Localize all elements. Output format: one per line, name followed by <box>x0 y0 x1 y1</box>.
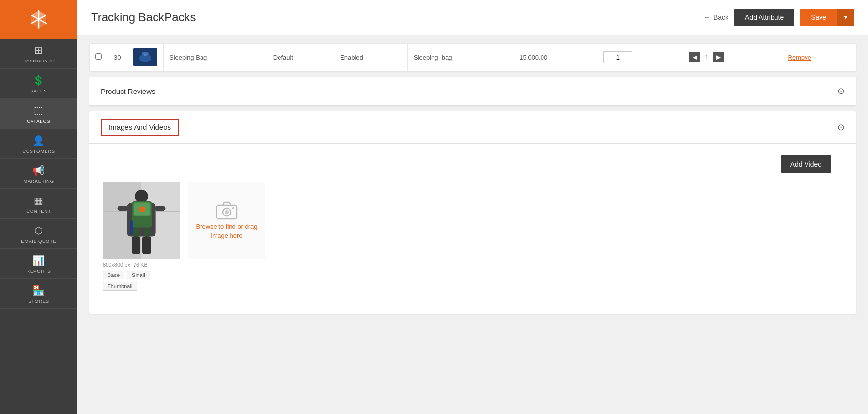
reports-icon: 📊 <box>32 255 45 266</box>
sidebar-item-label: CUSTOMERS <box>22 148 55 153</box>
row-checkbox-cell <box>90 44 108 71</box>
image-item: 800x800 px, 76 KB Base Small Thumbnail <box>103 182 180 291</box>
logo <box>0 0 78 39</box>
stores-icon: 🏪 <box>32 285 45 296</box>
chevron-down-icon: ▼ <box>843 14 849 21</box>
svg-point-8 <box>135 190 148 203</box>
tag-small: Small <box>127 271 150 279</box>
remove-link[interactable]: Remove <box>788 54 811 61</box>
row-name-cell: Sleeping Bag <box>164 44 267 71</box>
content-area: 30 <box>78 35 868 414</box>
svg-rect-18 <box>132 237 140 254</box>
svg-point-17 <box>140 206 145 212</box>
images-title-box: Images And Videos <box>101 119 179 136</box>
product-table-section: 30 <box>89 43 856 71</box>
row-sku-cell: Sleeping_bag <box>407 44 513 71</box>
marketing-icon: 📢 <box>32 165 45 176</box>
svg-point-3 <box>144 53 147 56</box>
product-reviews-title: Product Reviews <box>101 87 155 95</box>
image-meta: 800x800 px, 76 KB <box>103 262 180 268</box>
customers-icon: 👤 <box>32 135 45 146</box>
row-id-cell: 30 <box>108 44 127 71</box>
row-position-cell: ◀ 1 ▶ <box>683 44 782 71</box>
sidebar-item-label: EMAIL QUOTE <box>21 238 56 244</box>
row-qty-cell <box>597 44 683 71</box>
email-quote-icon: ⬡ <box>34 225 43 236</box>
back-button[interactable]: ← Back <box>704 14 728 21</box>
sidebar-item-label: SALES <box>31 88 47 93</box>
save-button[interactable]: Save <box>800 9 837 26</box>
row-remove-cell: Remove <box>782 44 856 71</box>
sidebar-item-content[interactable]: ▦ CONTENT <box>0 189 78 219</box>
content-icon: ▦ <box>34 195 44 206</box>
save-dropdown-button[interactable]: ▼ <box>837 9 854 26</box>
tag-base: Base <box>103 271 124 279</box>
sidebar-item-reports[interactable]: 📊 REPORTS <box>0 249 78 279</box>
tag-thumbnail: Thumbnail <box>103 282 137 291</box>
page-header: Tracking BackPacks ← Back Add Attribute … <box>78 0 868 35</box>
product-reviews-section: Product Reviews ⊙ <box>89 77 856 106</box>
page-title: Tracking BackPacks <box>91 11 196 24</box>
sidebar-item-marketing[interactable]: 📢 MARKETING <box>0 159 78 189</box>
sidebar-item-label: REPORTS <box>26 268 51 274</box>
svg-point-23 <box>225 210 229 214</box>
sidebar-item-dashboard[interactable]: ⊞ DASHBOARD <box>0 39 78 69</box>
images-videos-header: Images And Videos ⊙ <box>89 111 856 144</box>
sidebar-item-label: CONTENT <box>26 208 51 214</box>
images-toolbar: Add Video <box>89 144 856 173</box>
svg-rect-20 <box>130 220 133 235</box>
row-status-cell: Enabled <box>334 44 408 71</box>
upload-text: Browse to find or drag image here <box>188 222 265 241</box>
images-videos-title: Images And Videos <box>108 123 171 131</box>
images-videos-section: Images And Videos ⊙ Add Video <box>89 111 856 314</box>
back-arrow-icon: ← <box>704 14 711 21</box>
row-store-cell: Default <box>267 44 334 71</box>
image-tags: Base Small Thumbnail <box>103 271 180 291</box>
add-attribute-button[interactable]: Add Attribute <box>734 9 794 26</box>
catalog-icon: ⬚ <box>34 105 44 116</box>
backpack-image <box>103 182 180 259</box>
sidebar-item-label: STORES <box>28 298 49 304</box>
images-videos-toggle[interactable]: ⊙ <box>837 122 845 133</box>
sidebar-item-label: MARKETING <box>23 178 54 184</box>
save-button-group: Save ▼ <box>800 9 854 26</box>
position-next-button[interactable]: ▶ <box>713 52 724 62</box>
product-reviews-toggle: ⊙ <box>837 86 845 96</box>
sidebar-item-sales[interactable]: 💲 SALES <box>0 69 78 99</box>
add-video-button[interactable]: Add Video <box>781 155 831 173</box>
sidebar-item-label: CATALOG <box>27 118 51 123</box>
sidebar-item-customers[interactable]: 👤 CUSTOMERS <box>0 129 78 159</box>
table-row: 30 <box>90 44 856 71</box>
product-thumbnail <box>133 48 157 66</box>
dashboard-icon: ⊞ <box>34 45 43 56</box>
image-upload-placeholder[interactable]: Browse to find or drag image here <box>188 182 265 259</box>
camera-icon <box>216 200 238 222</box>
images-header-inner: Images And Videos ⊙ <box>101 119 845 136</box>
sidebar-item-catalog[interactable]: ⬚ CATALOG <box>0 99 78 129</box>
image-thumbnail-box <box>103 182 180 259</box>
main-content: Tracking BackPacks ← Back Add Attribute … <box>78 0 868 414</box>
product-reviews-header[interactable]: Product Reviews ⊙ <box>89 77 856 106</box>
svg-rect-19 <box>142 237 151 254</box>
row-image-cell <box>127 44 164 71</box>
header-actions: ← Back Add Attribute Save ▼ <box>704 9 854 26</box>
position-value: 1 <box>705 53 709 61</box>
svg-point-24 <box>232 207 234 209</box>
sidebar-item-email-quote[interactable]: ⬡ EMAIL QUOTE <box>0 219 78 249</box>
qty-input[interactable] <box>603 51 632 63</box>
sidebar-item-label: DASHBOARD <box>22 58 55 63</box>
images-grid: 800x800 px, 76 KB Base Small Thumbnail <box>89 173 856 299</box>
position-prev-button[interactable]: ◀ <box>689 52 700 62</box>
svg-rect-11 <box>155 206 166 211</box>
row-checkbox[interactable] <box>95 53 102 60</box>
svg-rect-10 <box>118 206 128 211</box>
row-price-cell: 15,000.00 <box>513 44 597 71</box>
product-table: 30 <box>89 43 856 71</box>
sidebar-item-stores[interactable]: 🏪 STORES <box>0 279 78 309</box>
sales-icon: 💲 <box>32 75 45 86</box>
sidebar: ⊞ DASHBOARD 💲 SALES ⬚ CATALOG 👤 CUSTOMER… <box>0 0 78 414</box>
